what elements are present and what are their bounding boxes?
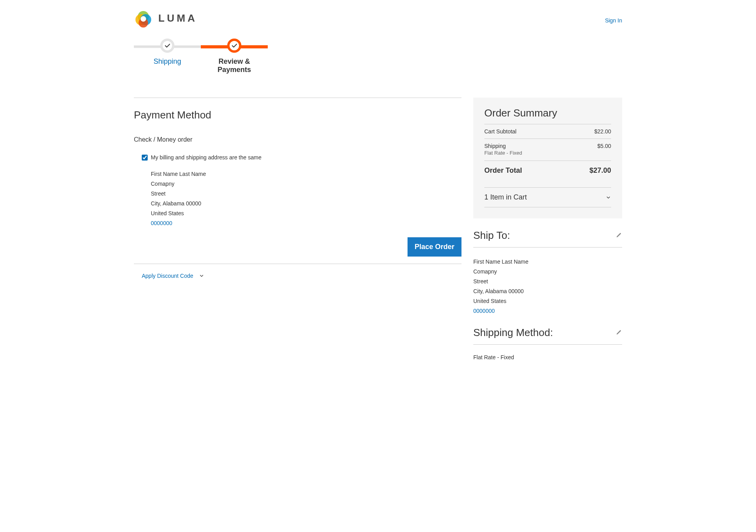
- totals-table: Cart Subtotal $22.00 Shipping Flat Rate …: [484, 124, 611, 180]
- luma-logo-icon: [134, 9, 153, 28]
- cart-items-toggle[interactable]: 1 Item in Cart: [484, 187, 611, 207]
- same-address-checkbox-label[interactable]: My billing and shipping address are the …: [142, 154, 461, 161]
- order-summary-title: Order Summary: [484, 107, 611, 119]
- apply-discount-toggle[interactable]: Apply Discount Code: [134, 273, 461, 279]
- payment-section: Payment Method Check / Money order My bi…: [134, 98, 461, 279]
- ship-to-section: Ship To: First Name Last Name Comapny St…: [473, 229, 622, 316]
- brand-text: LUMA: [158, 12, 197, 24]
- check-icon: [227, 39, 241, 53]
- edit-ship-to-button[interactable]: [616, 232, 622, 239]
- chevron-down-icon: [199, 273, 204, 279]
- step-shipping[interactable]: Shipping: [134, 39, 201, 74]
- place-order-button[interactable]: Place Order: [408, 237, 461, 257]
- order-summary: Order Summary Cart Subtotal $22.00 Shipp…: [473, 98, 622, 218]
- billing-phone-link[interactable]: 0000000: [151, 218, 461, 228]
- same-address-checkbox[interactable]: [142, 155, 148, 161]
- pencil-icon: [616, 329, 622, 335]
- check-icon: [160, 39, 174, 53]
- ship-phone-link[interactable]: 0000000: [473, 306, 622, 316]
- payment-method-name: Check / Money order: [134, 136, 461, 143]
- step-review-payments: Review & Payments: [201, 39, 268, 74]
- logo[interactable]: LUMA: [134, 9, 197, 28]
- chevron-down-icon: [606, 195, 611, 200]
- shipping-method-value: Flat Rate - Fixed: [473, 345, 622, 360]
- checkout-progress: Shipping Review & Payments: [134, 39, 268, 74]
- billing-address: First Name Last Name Comapny Street City…: [142, 169, 461, 228]
- shipping-method-section: Shipping Method: Flat Rate - Fixed: [473, 327, 622, 360]
- svg-point-4: [141, 16, 146, 22]
- pencil-icon: [616, 232, 622, 238]
- edit-shipping-method-button[interactable]: [616, 329, 622, 336]
- sidebar: Order Summary Cart Subtotal $22.00 Shipp…: [473, 98, 622, 360]
- sign-in-link[interactable]: Sign In: [605, 17, 622, 24]
- ship-to-address: First Name Last Name Comapny Street City…: [473, 248, 622, 316]
- header: LUMA Sign In: [134, 0, 622, 28]
- ship-to-title: Ship To:: [473, 229, 510, 242]
- payment-method-heading: Payment Method: [134, 109, 461, 121]
- shipping-method-title: Shipping Method:: [473, 327, 553, 339]
